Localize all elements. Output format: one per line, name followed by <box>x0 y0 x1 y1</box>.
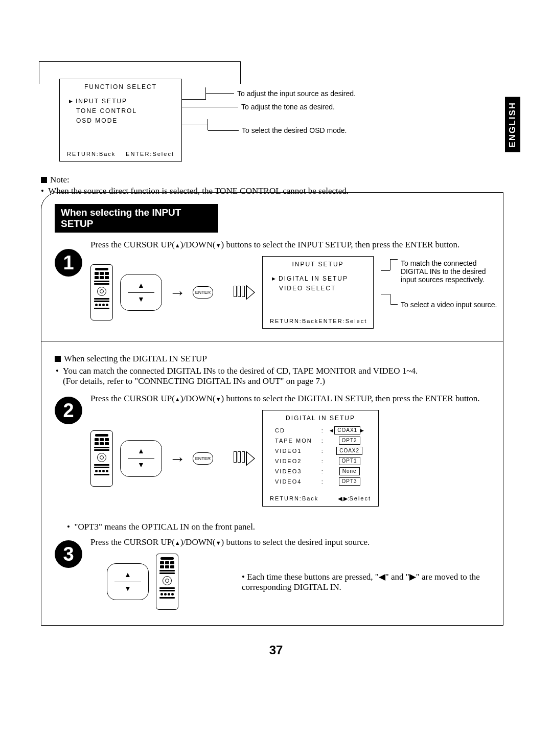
digital-in-table: CD:◀COAX1▶ TAPE MON:OPT2 VIDEO1:COAX2 VI… <box>272 425 372 487</box>
digital-in-header: When selecting the DIGITAL IN SETUP <box>55 354 207 363</box>
callout-osd: To select the desired OSD mode. <box>242 126 347 134</box>
callout-input: To adjust the input source as desired. <box>237 89 356 98</box>
step-3-note: • Each time these buttons are pressed, "… <box>186 571 490 592</box>
down-arrow-icon <box>216 240 221 249</box>
remote-control-illustration <box>90 264 113 320</box>
down-arrow-icon <box>216 537 221 547</box>
table-row: VIDEO4:OPT3 <box>273 477 371 486</box>
remote-control-illustration <box>90 430 113 487</box>
arrow-right-icon: → <box>169 284 186 301</box>
osd-item-tone-control: TONE CONTROL <box>69 106 175 116</box>
step-3-number: 3 <box>55 540 82 568</box>
enter-button-illustration: ENTER <box>193 452 213 465</box>
chevron-down-icon: ▼ <box>124 585 131 592</box>
osd-footer-select: ◀,▶:Select <box>338 495 371 502</box>
osd-footer-return: RETURN:Back <box>67 151 116 157</box>
up-arrow-icon <box>175 394 180 403</box>
opt3-note: "OPT3" means the OPTICAL IN on the front… <box>74 522 255 532</box>
right-arrow-icon: ▶ <box>409 572 416 582</box>
function-select-callouts: To adjust the input source as desired. T… <box>182 99 356 134</box>
bullet-icon: • <box>41 186 46 196</box>
up-arrow-icon <box>175 240 180 249</box>
up-arrow-icon <box>175 537 180 547</box>
osd-title: FUNCTION SELECT <box>60 79 181 97</box>
section-header: When selecting the INPUT SETUP <box>55 204 218 233</box>
enter-button-illustration: ENTER <box>193 286 213 299</box>
chevron-down-icon: ▼ <box>137 462 145 469</box>
step-3-instruction: Press the CURSOR UP()/DOWN() buttons to … <box>90 537 490 547</box>
down-arrow-icon <box>216 394 221 403</box>
digital-in-bullet-2: (For details, refer to "CONNECTING DIGIT… <box>63 376 325 386</box>
table-row: VIDEO3:None <box>273 467 371 476</box>
cursor-pad-illustration: ▲ ▼ <box>107 563 149 600</box>
note-text: When the source direct function is selec… <box>48 186 349 196</box>
osd-item-osd-mode: OSD MODE <box>69 116 175 126</box>
osd-title: INPUT SETUP <box>263 257 373 274</box>
osd-footer-enter: ENTER:Select <box>318 318 367 324</box>
digital-in-setup-osd: DIGITAL IN SETUP CD:◀COAX1▶ TAPE MON:OPT… <box>262 410 379 507</box>
chevron-up-icon: ▲ <box>124 571 131 579</box>
input-setup-section: When selecting the INPUT SETUP 1 Press t… <box>41 192 503 626</box>
page-content: FUNCTION SELECT INPUT SETUP TONE CONTROL… <box>41 72 503 626</box>
chevron-up-icon: ▲ <box>137 282 145 289</box>
table-row: VIDEO2:OPT1 <box>273 456 371 466</box>
table-row: TAPE MON:OPT2 <box>273 436 371 445</box>
cursor-pad-illustration: ▲ ▼ <box>120 274 162 311</box>
callout-video: To select a video input source. <box>401 301 497 309</box>
step-2-number: 2 <box>55 397 82 424</box>
language-tab: ENGLISH <box>505 97 520 152</box>
osd-footer-enter: ENTER:Select <box>126 151 174 157</box>
callout-tone: To adjust the tone as desired. <box>241 103 335 111</box>
arrow-right-icon: → <box>169 450 186 467</box>
input-setup-osd: INPUT SETUP DIGITAL IN SETUP VIDEO SELEC… <box>262 256 374 329</box>
step-2-instruction: Press the CURSOR UP()/DOWN() buttons to … <box>90 394 490 404</box>
digital-in-bullet-1: You can match the connected DIGITAL INs … <box>63 366 418 376</box>
osd-title: DIGITAL IN SETUP <box>263 410 378 425</box>
step-1-instruction: Press the CURSOR UP()/DOWN() buttons to … <box>90 240 490 250</box>
bullet-icon: • <box>67 522 72 532</box>
left-arrow-icon: ◀ <box>379 572 385 582</box>
note-label: Note: <box>41 175 70 185</box>
osd-item-digital-in: DIGITAL IN SETUP <box>272 274 367 284</box>
bullet-icon: • <box>56 366 61 376</box>
page-number: 37 <box>0 643 552 657</box>
table-row: VIDEO1:COAX2 <box>273 446 371 455</box>
osd-footer-return: RETURN:Back <box>270 495 318 502</box>
osd-footer-return: RETURN:Back <box>270 318 318 324</box>
chevron-up-icon: ▲ <box>137 448 145 455</box>
chevron-down-icon: ▼ <box>137 296 145 303</box>
hollow-arrow-icon <box>234 285 255 300</box>
function-select-osd: FUNCTION SELECT INPUT SETUP TONE CONTROL… <box>59 79 182 162</box>
input-setup-callouts: To match the connected DIGITAL INs to th… <box>381 256 490 329</box>
table-row: CD:◀COAX1▶ <box>273 426 371 435</box>
osd-item-video-select: VIDEO SELECT <box>272 284 367 293</box>
callout-digital: To match the connected DIGITAL INs to th… <box>401 259 498 284</box>
osd-item-input-setup: INPUT SETUP <box>69 97 175 106</box>
cursor-pad-illustration: ▲ ▼ <box>120 440 162 477</box>
hollow-arrow-icon <box>234 451 255 466</box>
step-1-number: 1 <box>55 249 82 277</box>
remote-control-illustration <box>156 554 178 610</box>
